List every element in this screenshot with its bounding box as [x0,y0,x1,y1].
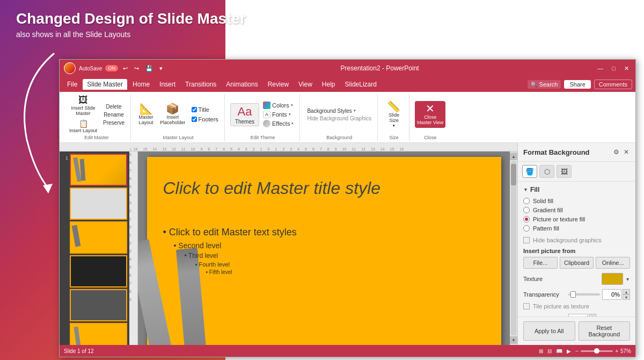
fonts-chevron: ▾ [289,112,291,117]
save-icon[interactable]: 💾 [144,64,155,73]
colors-button[interactable]: Colors ▾ [261,101,295,110]
footers-checkbox[interactable]: Footers [190,116,220,123]
transparency-down[interactable]: ▼ [623,294,630,300]
title-bar: AutoSave ON ↩ ↪ 💾 ▾ Presentation2 - Powe… [60,60,635,77]
scroll-down-arrow[interactable]: ▼ [510,336,517,344]
slide-title-placeholder[interactable]: Click to edit Master title style [163,178,485,198]
slide-size-button[interactable]: 📏 SlideSize ▾ [383,100,405,129]
effects-chevron: ▾ [291,121,294,126]
zoom-slider[interactable] [581,350,613,352]
slide-thumb-2-img [71,189,126,219]
menu-view[interactable]: View [294,79,317,90]
themes-button[interactable]: Aa Themes [230,103,259,126]
comments-button[interactable]: Comments [594,80,632,89]
gradient-fill-option[interactable]: Gradient fill [523,207,630,213]
effects-button[interactable]: Effects ▾ [261,119,295,128]
solid-fill-radio[interactable] [523,198,530,204]
insert-slide-master-icon: 🖼 [78,95,88,105]
preserve-button[interactable]: Preserve [101,119,126,126]
zoom-out-icon[interactable]: − [575,348,579,354]
slide-thumb-2[interactable] [70,188,127,220]
menu-transitions[interactable]: Transitions [181,79,221,90]
transparency-thumb[interactable] [570,291,576,298]
view-reading-icon[interactable]: 📖 [556,348,562,354]
title-checkbox[interactable]: Title [190,106,220,113]
insert-layout-label: Insert Layout [69,128,97,134]
menu-slide-master[interactable]: Slide Master [83,79,127,90]
hide-bg-graphics-checkbox[interactable]: Hide background graphics [523,237,630,243]
autosave-toggle[interactable]: ON [105,65,118,71]
apply-to-all-button[interactable]: Apply to All [523,321,575,341]
ribbon-group-close: ✕ CloseMaster View Close [411,94,450,141]
close-master-view-button[interactable]: ✕ CloseMaster View [415,101,445,128]
minimize-button[interactable]: — [595,65,605,71]
transparency-slider[interactable] [568,293,600,296]
tile-texture-checkbox[interactable]: Tile picture as texture [523,303,630,309]
zoom-in-icon[interactable]: + [615,348,618,354]
transparency-up[interactable]: ▲ [623,289,630,294]
fonts-button[interactable]: A Fonts ▾ [261,110,295,119]
tile-texture-check[interactable] [523,303,530,309]
share-button[interactable]: Share [564,80,590,89]
gradient-fill-radio[interactable] [523,207,530,213]
delete-button[interactable]: Delete [101,103,126,110]
view-normal-icon[interactable]: ⊞ [539,348,543,354]
slide-thumb-2-container [62,188,127,220]
panel-tab-fill[interactable]: 🪣 [522,165,537,178]
insert-placeholder-button[interactable]: 📦 InsertPlaceholder [158,102,188,127]
panel-settings-icon[interactable]: ⚙ [612,147,620,157]
search-box[interactable]: 🔍 Search [528,80,561,89]
undo-icon[interactable]: ↩ [121,64,129,73]
view-slide-sorter-icon[interactable]: ⊟ [547,348,552,354]
menu-help[interactable]: Help [318,79,340,90]
insert-slide-master-button[interactable]: 🖼 Insert SlideMaster [67,94,99,118]
close-master-view-icon: ✕ [426,103,435,114]
scroll-thumb[interactable] [511,164,516,185]
slide-thumb-5[interactable] [70,289,127,321]
hide-bg-graphics-button[interactable]: Hide Background Graphics [305,115,373,122]
maximize-button[interactable]: □ [610,65,618,71]
panel-tab-picture[interactable]: 🖼 [557,165,572,178]
redo-icon[interactable]: ↪ [133,64,141,73]
vertical-scrollbar[interactable]: ▲ ▼ [510,152,517,345]
picture-texture-fill-option[interactable]: Picture or texture fill [523,216,630,222]
close-button[interactable]: ✕ [622,65,631,72]
insert-layout-button[interactable]: 📋 Insert Layout [67,119,99,135]
file-button[interactable]: File... [523,257,558,269]
slide-thumb-1[interactable] [70,154,127,186]
effects-icon [263,120,270,127]
scroll-up-arrow[interactable]: ▲ [510,153,517,160]
zoom-control[interactable]: − + 57% [575,348,631,354]
status-slide-info: Slide 1 of 12 [64,348,94,354]
view-slideshow-icon[interactable]: ▶ [567,348,571,354]
slide-thumb-6[interactable] [70,323,127,345]
picture-texture-fill-radio[interactable] [523,216,530,222]
slide-canvas[interactable]: Click to edit Master title style • Click… [138,152,510,345]
menu-animations[interactable]: Animations [222,79,262,90]
slide-body-placeholder[interactable]: • Click to edit Master text styles • Sec… [163,227,485,275]
transparency-input[interactable] [602,289,621,300]
customize-icon[interactable]: ▾ [158,64,164,73]
solid-fill-option[interactable]: Solid fill [523,198,630,204]
menu-home[interactable]: Home [128,79,154,90]
pattern-fill-option[interactable]: Pattern fill [523,225,630,232]
online-button[interactable]: Online... [596,257,630,269]
pattern-fill-radio[interactable] [523,225,530,232]
texture-preview[interactable] [602,273,623,285]
texture-dropdown-icon[interactable]: ▾ [625,275,630,283]
clipboard-button[interactable]: Clipboard [560,257,594,269]
slide-thumb-4[interactable] [70,255,127,287]
menu-slidelizard[interactable]: SlideLizard [341,79,381,90]
panel-tab-effects[interactable]: ⬡ [539,165,554,178]
panel-close-icon[interactable]: ✕ [623,147,630,157]
master-layout-button[interactable]: 📐 MasterLayout [136,102,156,127]
rename-button[interactable]: Rename [101,111,126,118]
reset-background-button[interactable]: Reset Background [579,321,631,341]
slide-main[interactable]: Click to edit Master title style • Click… [147,157,501,345]
slide-thumb-3[interactable] [70,221,127,254]
scroll-track[interactable] [511,161,516,335]
background-styles-button[interactable]: Background Styles ▾ [305,107,373,114]
menu-review[interactable]: Review [264,79,293,90]
hide-bg-graphics-check[interactable] [523,237,530,243]
menu-insert[interactable]: Insert [155,79,180,90]
